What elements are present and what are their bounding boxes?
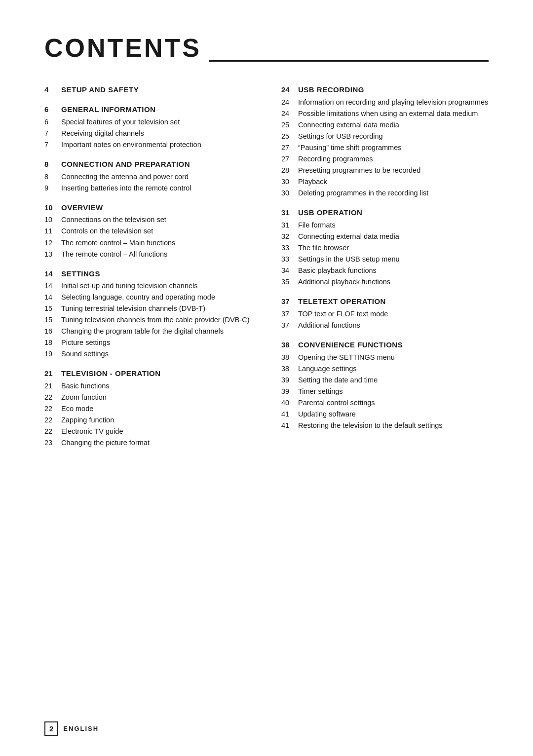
item-label: Connecting the antenna and power cord	[61, 172, 189, 182]
list-item: 41Restoring the television to the defaul…	[281, 420, 489, 431]
list-item: 19Sound settings	[44, 349, 252, 359]
title-rule	[209, 60, 489, 62]
item-page-num: 27	[281, 154, 293, 164]
list-item: 24Information on recording and playing t…	[281, 97, 489, 108]
list-item: 27Recording programmes	[281, 154, 489, 164]
contents-columns: 4SETUP AND SAFETY6GENERAL INFORMATION6Sp…	[44, 84, 489, 457]
item-page-num: 41	[281, 409, 293, 419]
list-item: 14Initial set-up and tuning television c…	[44, 281, 252, 291]
list-item: 9Inserting batteries into the remote con…	[44, 183, 252, 193]
item-page-num: 6	[44, 117, 56, 127]
item-page-num: 24	[281, 109, 293, 119]
item-page-num: 7	[44, 140, 56, 150]
item-label: Presetting programmes to be recorded	[298, 165, 420, 176]
item-page-num: 15	[44, 315, 56, 325]
item-label: Picture settings	[61, 338, 110, 348]
list-item: 35Additional playback functions	[281, 277, 489, 287]
list-item: 22Eco mode	[44, 404, 252, 414]
list-item: 24Possible limitations when using an ext…	[281, 109, 489, 119]
section-teletext: 37TELETEXT OPERATION37TOP text or FLOF t…	[281, 296, 489, 331]
item-page-num: 23	[44, 438, 56, 448]
item-label: Controls on the television set	[61, 226, 153, 236]
item-label: Eco mode	[61, 404, 93, 414]
left-column: 4SETUP AND SAFETY6GENERAL INFORMATION6Sp…	[44, 84, 252, 457]
item-label: Changing the program table for the digit…	[61, 326, 224, 337]
item-page-num: 38	[281, 364, 293, 374]
item-page-num: 38	[281, 352, 293, 363]
list-item: 22Zoom function	[44, 392, 252, 403]
list-item: 15Tuning terrestrial television channels…	[44, 303, 252, 314]
section-teletext-title: TELETEXT OPERATION	[298, 296, 386, 307]
item-label: The file browser	[298, 243, 349, 253]
section-usb-recording-items: 24Information on recording and playing t…	[281, 97, 489, 198]
section-connection-title: CONNECTION AND PREPARATION	[61, 159, 190, 170]
item-label: Inserting batteries into the remote cont…	[61, 183, 191, 193]
item-label: Sound settings	[61, 349, 109, 359]
item-label: Tuning television channels from the cabl…	[61, 315, 249, 325]
item-page-num: 14	[44, 281, 56, 291]
item-label: Electronic TV guide	[61, 426, 123, 437]
list-item: 12The remote control – Main functions	[44, 238, 252, 248]
item-label: TOP text or FLOF text mode	[298, 309, 388, 319]
section-usb-recording: 24USB RECORDING24Information on recordin…	[281, 84, 489, 198]
section-convenience-items: 38Opening the SETTINGS menu38Language se…	[281, 352, 489, 431]
item-label: Selecting language, country and operatin…	[61, 292, 215, 302]
item-page-num: 31	[281, 220, 293, 230]
item-page-num: 40	[281, 398, 293, 408]
section-settings: 14SETTINGS14Initial set-up and tuning te…	[44, 268, 252, 360]
item-label: Additional functions	[298, 320, 360, 331]
section-overview-title: OVERVIEW	[61, 202, 103, 213]
item-page-num: 22	[44, 404, 56, 414]
section-settings-num: 14	[44, 268, 56, 279]
page-title-area: CONTENTS	[44, 30, 489, 67]
list-item: 7Important notes on environmental protec…	[44, 140, 252, 150]
list-item: 39Timer settings	[281, 386, 489, 397]
item-page-num: 34	[281, 265, 293, 276]
item-label: Deleting programmes in the recording lis…	[298, 188, 428, 198]
item-label: The remote control – All functions	[61, 249, 167, 260]
list-item: 39Setting the date and time	[281, 375, 489, 385]
item-label: Important notes on environmental protect…	[61, 140, 201, 150]
right-column: 24USB RECORDING24Information on recordin…	[281, 84, 489, 457]
language-label: ENGLISH	[63, 724, 99, 734]
section-setup-title: SETUP AND SAFETY	[61, 84, 139, 95]
item-page-num: 22	[44, 392, 56, 403]
list-item: 38Opening the SETTINGS menu	[281, 352, 489, 363]
section-settings-title: SETTINGS	[61, 268, 100, 279]
item-label: Changing the picture format	[61, 438, 150, 448]
item-label: Zapping function	[61, 415, 114, 425]
item-label: The remote control – Main functions	[61, 238, 175, 248]
item-label: Setting the date and time	[298, 375, 378, 385]
item-page-num: 12	[44, 238, 56, 248]
list-item: 11Controls on the television set	[44, 226, 252, 236]
section-general-items: 6Special features of your television set…	[44, 117, 252, 150]
item-page-num: 15	[44, 303, 56, 314]
section-settings-items: 14Initial set-up and tuning television c…	[44, 281, 252, 359]
list-item: 30Playback	[281, 177, 489, 187]
section-overview: 10OVERVIEW10Connections on the televisio…	[44, 202, 252, 260]
section-tv-operation-items: 21Basic functions22Zoom function22Eco mo…	[44, 381, 252, 448]
section-usb-operation: 31USB OPERATION31File formats32Connectin…	[281, 207, 489, 287]
list-item: 34Basic playback functions	[281, 265, 489, 276]
section-general-heading: 6GENERAL INFORMATION	[44, 104, 252, 115]
item-page-num: 7	[44, 128, 56, 139]
section-tv-operation-heading: 21TELEVISION - OPERATION	[44, 368, 252, 379]
list-item: 25Connecting external data media	[281, 120, 489, 130]
item-page-num: 22	[44, 415, 56, 425]
section-general-title: GENERAL INFORMATION	[61, 104, 155, 115]
item-label: Parental control settings	[298, 398, 375, 408]
section-connection-heading: 8CONNECTION AND PREPARATION	[44, 159, 252, 170]
item-page-num: 13	[44, 249, 56, 260]
section-convenience-heading: 38CONVENIENCE FUNCTIONS	[281, 340, 489, 350]
list-item: 7Receiving digital channels	[44, 128, 252, 139]
item-page-num: 24	[281, 97, 293, 108]
item-label: Possible limitations when using an exter…	[298, 109, 478, 119]
item-label: File formats	[298, 220, 336, 230]
section-usb-operation-num: 31	[281, 207, 293, 218]
item-page-num: 19	[44, 349, 56, 359]
list-item: 27“Pausing” time shift programmes	[281, 143, 489, 153]
list-item: 38Language settings	[281, 364, 489, 374]
section-tv-operation-title: TELEVISION - OPERATION	[61, 368, 161, 379]
item-label: Connecting external data media	[298, 231, 399, 242]
section-overview-num: 10	[44, 202, 56, 213]
